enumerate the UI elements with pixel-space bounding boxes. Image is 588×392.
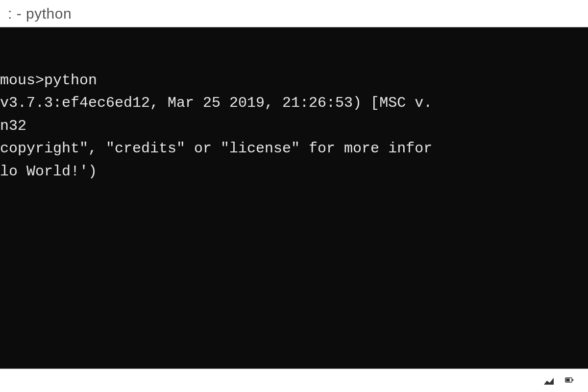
terminal-body[interactable]: mous>python v3.7.3:ef4ec6ed12, Mar 25 20…	[0, 27, 588, 368]
terminal-window: : - python mous>python v3.7.3:ef4ec6ed12…	[0, 0, 588, 392]
terminal-line: n32	[0, 118, 26, 134]
terminal-line: v3.7.3:ef4ec6ed12, Mar 25 2019, 21:26:53…	[0, 95, 432, 111]
svg-rect-2	[566, 378, 570, 381]
status-bar	[0, 368, 588, 392]
svg-rect-1	[572, 379, 573, 381]
window-title: : - python	[8, 5, 72, 22]
terminal-line: lo World!')	[0, 163, 97, 180]
window-titlebar[interactable]: : - python	[0, 0, 588, 27]
network-icon[interactable]	[542, 374, 556, 388]
battery-icon[interactable]	[563, 374, 576, 388]
terminal-line: mous>python	[0, 72, 97, 89]
terminal-line: copyright", "credits" or "license" for m…	[0, 140, 432, 157]
